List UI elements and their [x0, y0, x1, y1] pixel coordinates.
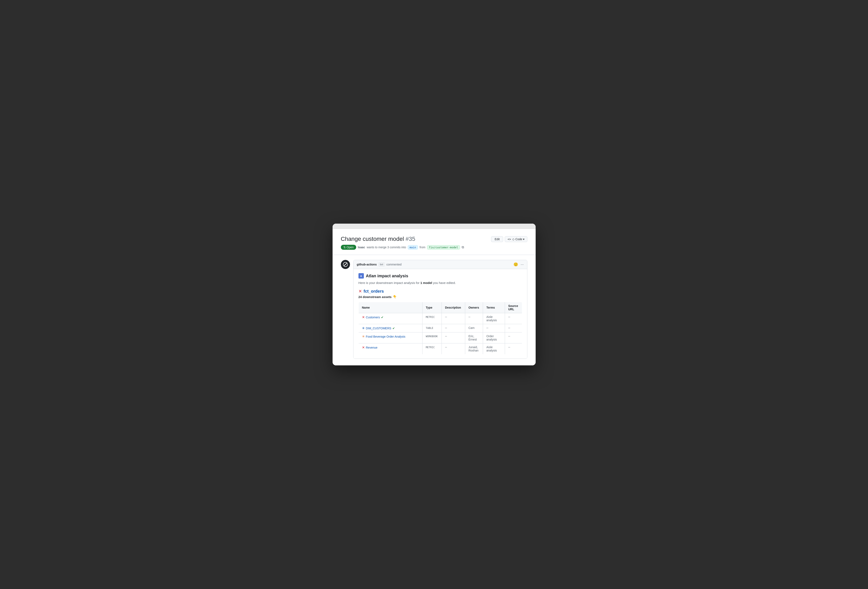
pr-author: Isaac	[358, 246, 365, 249]
pr-title: Change customer model #35	[341, 235, 415, 242]
assets-table: Name Type Description Owners Terms Sourc…	[359, 302, 522, 354]
asset-link[interactable]: ✕ Revenue	[362, 345, 419, 350]
table-row: ✕ Revenue METRIC -- Junaid, Roshan Aisle…	[359, 343, 522, 354]
cell-type: WORKBOOK	[422, 332, 441, 343]
th-description: Description	[441, 302, 465, 313]
count-text: 24 downstream assets	[359, 295, 392, 299]
cell-name: ✳ DIM_CUSTOMERS ✔	[359, 324, 422, 332]
type-badge: WORKBOOK	[426, 335, 438, 338]
model-link[interactable]: fct_orders	[364, 289, 384, 294]
copy-icon[interactable]: ⧉	[462, 245, 464, 249]
table-row: ✕ Customers ✔ METRIC -- -- Aisle analysi…	[359, 313, 522, 324]
emoji-react-icon[interactable]: 🙂	[514, 262, 518, 267]
asset-name: Revenue	[366, 346, 378, 349]
pr-header: Change customer model #35 Edit <> ◇ Code…	[341, 235, 527, 242]
asset-link[interactable]: ✳ Food Beverage Order Analysis	[362, 335, 419, 338]
cell-name: ✳ Food Beverage Order Analysis	[359, 332, 422, 343]
cell-owners: --	[465, 313, 483, 324]
verified-icon: ✔	[393, 327, 395, 330]
pr-title-text: Change customer model	[341, 236, 404, 242]
cell-source-url: --	[505, 324, 522, 332]
cell-terms: Aisle analysis	[483, 313, 505, 324]
type-badge: TABLE	[426, 327, 433, 329]
cell-description: --	[441, 332, 465, 343]
type-badge: METRIC	[426, 346, 435, 349]
cell-type: METRIC	[422, 343, 441, 354]
th-source-url: Source URL	[505, 302, 522, 313]
comment-header-actions: 🙂 ···	[514, 262, 524, 267]
model-x-icon: ✕	[359, 289, 362, 294]
asset-name: Customers	[366, 316, 380, 319]
th-terms: Terms	[483, 302, 505, 313]
head-branch[interactable]: fix/customer-model	[427, 245, 460, 249]
cell-type: METRIC	[422, 313, 441, 324]
cell-owners: Cam	[465, 324, 483, 332]
more-options-icon[interactable]: ···	[521, 262, 524, 267]
atlan-title: Atlan impact analysis	[366, 273, 408, 278]
asset-type-icon: ✕	[362, 315, 365, 319]
cell-description: --	[441, 343, 465, 354]
browser-window: Change customer model #35 Edit <> ◇ Code…	[332, 224, 536, 366]
table-header-row: Name Type Description Owners Terms Sourc…	[359, 302, 522, 313]
comment-header: github-actions bot commented 🙂 ···	[353, 260, 527, 269]
cell-description: --	[441, 324, 465, 332]
asset-name: Food Beverage Order Analysis	[366, 335, 406, 338]
atlan-logo: a	[359, 273, 364, 279]
cell-source-url: --	[505, 313, 522, 324]
cell-terms: Order analysis	[483, 332, 505, 343]
page-content: Change customer model #35 Edit <> ◇ Code…	[332, 229, 536, 366]
browser-chrome	[332, 224, 536, 229]
asset-link[interactable]: ✳ DIM_CUSTOMERS ✔	[362, 326, 419, 330]
bot-badge: bot	[378, 263, 385, 266]
commenter-name: github-actions	[357, 263, 377, 266]
th-name: Name	[359, 302, 422, 313]
code-icon: <>	[508, 238, 511, 241]
cell-name: ✕ Revenue	[359, 343, 422, 354]
th-owners: Owners	[465, 302, 483, 313]
comment-body: a Atlan impact analysis Here is your dow…	[353, 269, 527, 359]
asset-type-icon: ✳	[362, 335, 365, 338]
cell-name: ✕ Customers ✔	[359, 313, 422, 324]
pr-number: #35	[406, 236, 415, 242]
comment-action: commented	[387, 263, 402, 266]
cell-source-url: --	[505, 332, 522, 343]
atlan-header: a Atlan impact analysis	[359, 273, 522, 279]
downstream-count: 24 downstream assets 👇	[359, 295, 522, 299]
cell-description: --	[441, 313, 465, 324]
edit-button[interactable]: Edit	[491, 236, 503, 242]
comment-block: github-actions bot commented 🙂 ··· a	[341, 260, 527, 359]
th-type: Type	[422, 302, 441, 313]
asset-name: DIM_CUSTOMERS	[366, 327, 391, 330]
cell-type: TABLE	[422, 324, 441, 332]
pr-actions: Edit <> ◇ Code ▾	[491, 236, 527, 242]
pr-meta: ⇅ Open Isaac wants to merge 3 commits in…	[341, 245, 527, 250]
cell-source-url: --	[505, 343, 522, 354]
type-badge: METRIC	[426, 316, 435, 319]
verified-icon: ✔	[381, 316, 384, 319]
desc-bold: 1 model	[421, 281, 432, 285]
code-button[interactable]: <> ◇ Code ▾	[505, 236, 527, 242]
table-row: ✳ Food Beverage Order Analysis WORKBOOK …	[359, 332, 522, 343]
model-name-row: ✕ fct_orders	[359, 289, 522, 294]
impact-description: Here is your downstream impact analysis …	[359, 281, 522, 285]
desc-suffix: you have edited.	[433, 281, 456, 285]
downstream-emoji: 👇	[393, 295, 397, 299]
table-head: Name Type Description Owners Terms Sourc…	[359, 302, 522, 313]
cell-owners: Eric, Ernest	[465, 332, 483, 343]
table-body: ✕ Customers ✔ METRIC -- -- Aisle analysi…	[359, 313, 522, 354]
cell-terms: --	[483, 324, 505, 332]
comment-container: github-actions bot commented 🙂 ··· a	[353, 260, 527, 359]
from-text: from	[419, 246, 425, 249]
asset-link[interactable]: ✕ Customers ✔	[362, 315, 419, 319]
base-branch[interactable]: main	[408, 245, 418, 249]
open-badge: ⇅ Open	[341, 245, 356, 250]
avatar	[341, 260, 350, 269]
desc-prefix: Here is your downstream impact analysis …	[359, 281, 419, 285]
cell-owners: Junaid, Roshan	[465, 343, 483, 354]
table-row: ✳ DIM_CUSTOMERS ✔ TABLE -- Cam -- --	[359, 324, 522, 332]
asset-type-icon: ✳	[362, 326, 365, 330]
code-label: ◇ Code ▾	[512, 238, 524, 241]
section-divider	[332, 255, 536, 255]
cell-terms: Aisle analysis	[483, 343, 505, 354]
asset-type-icon: ✕	[362, 345, 365, 350]
